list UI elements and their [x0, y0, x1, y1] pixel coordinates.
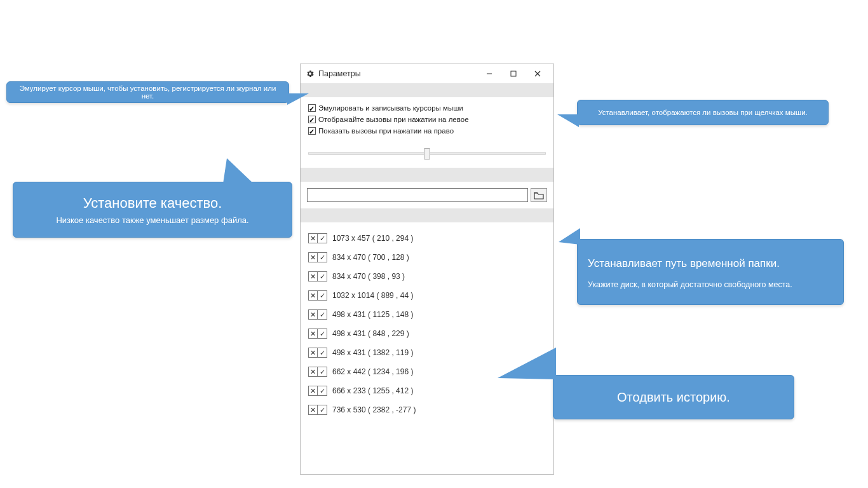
history-row-text: 498 x 431 ( 848 , 229 ) — [332, 329, 409, 338]
close-button[interactable] — [526, 65, 550, 82]
history-row-icons: ✕✓ — [308, 367, 327, 377]
titlebar[interactable]: Параметры — [301, 64, 553, 83]
history-row-text: 1073 x 457 ( 210 , 294 ) — [332, 234, 413, 243]
history-row-text: 662 x 442 ( 1234 , 196 ) — [332, 367, 413, 376]
delete-icon[interactable]: ✕ — [309, 367, 318, 376]
delete-icon[interactable]: ✕ — [309, 253, 318, 262]
callout-title: Установите качество. — [22, 195, 283, 212]
quality-slider[interactable] — [308, 152, 546, 155]
section-separator — [301, 168, 553, 182]
check-icon[interactable]: ✓ — [318, 234, 327, 243]
callout-tail — [223, 158, 254, 184]
folder-icon — [534, 191, 544, 200]
history-row[interactable]: ✕✓498 x 431 ( 848 , 229 ) — [308, 324, 546, 343]
history-row-text: 834 x 470 ( 700 , 128 ) — [332, 253, 409, 262]
browse-folder-button[interactable] — [531, 188, 547, 202]
callout-text: Эмулирует курсор мыши, чтобы установить,… — [15, 85, 281, 100]
cursor-options-section: Эмулировать и записывать курсоры мыши От… — [301, 97, 553, 143]
callout-subtitle: Укажите диск, в который достаточно свобо… — [588, 280, 833, 289]
section-separator — [301, 83, 553, 97]
history-row-icons: ✕✓ — [308, 386, 327, 396]
checkbox-icon[interactable] — [308, 104, 316, 112]
minimize-button[interactable] — [477, 65, 501, 82]
history-row-icons: ✕✓ — [308, 271, 327, 281]
delete-icon[interactable]: ✕ — [309, 272, 318, 281]
checkbox-icon[interactable] — [308, 116, 316, 123]
callout-emulate-cursor: Эмулирует курсор мыши, чтобы установить,… — [6, 81, 289, 103]
callout-quality: Установите качество. Низкое качество так… — [13, 182, 292, 238]
history-row-icons: ✕✓ — [308, 329, 327, 339]
callout-tail — [287, 93, 309, 105]
history-row[interactable]: ✕✓498 x 431 ( 1125 , 148 ) — [308, 305, 546, 324]
history-row-text: 1032 x 1014 ( 889 , 44 ) — [332, 291, 413, 300]
history-row-text: 666 x 233 ( 1255 , 412 ) — [332, 386, 413, 395]
checkbox-label: Отображайте вызовы при нажатии на левое — [318, 114, 469, 125]
check-icon[interactable]: ✓ — [318, 405, 327, 414]
history-row-text: 834 x 470 ( 398 , 93 ) — [332, 272, 405, 281]
callout-temp-folder: Устанавливает путь временной папки. Укаж… — [577, 239, 844, 305]
window-title: Параметры — [318, 69, 477, 78]
maximize-button[interactable] — [501, 65, 526, 82]
delete-icon[interactable]: ✕ — [309, 405, 318, 414]
callout-tail — [498, 348, 556, 379]
history-row[interactable]: ✕✓736 x 530 ( 2382 , -277 ) — [308, 400, 546, 419]
history-row-icons: ✕✓ — [308, 348, 327, 358]
check-icon[interactable]: ✓ — [318, 272, 327, 281]
section-separator — [301, 208, 553, 222]
history-row[interactable]: ✕✓834 x 470 ( 700 , 128 ) — [308, 248, 546, 267]
history-list: ✕✓1073 x 457 ( 210 , 294 )✕✓834 x 470 ( … — [301, 222, 553, 426]
callout-click-display: Устанавливает, отображаются ли вызовы пр… — [577, 100, 829, 125]
callout-title: Отодвить историю. — [562, 390, 785, 405]
delete-icon[interactable]: ✕ — [309, 234, 318, 243]
quality-slider-section — [301, 143, 553, 168]
callout-text: Устанавливает, отображаются ли вызовы пр… — [585, 109, 820, 116]
slider-thumb[interactable] — [424, 148, 430, 159]
checkbox-label: Показать вызовы при нажатии на право — [318, 125, 454, 137]
delete-icon[interactable]: ✕ — [309, 291, 318, 300]
check-icon[interactable]: ✓ — [318, 348, 327, 357]
check-icon[interactable]: ✓ — [318, 329, 327, 338]
temp-path-section — [301, 182, 553, 208]
checkbox-row-right[interactable]: Показать вызовы при нажатии на право — [308, 125, 546, 137]
callout-title: Устанавливает путь временной папки. — [588, 257, 833, 270]
temp-path-input[interactable] — [307, 188, 528, 202]
history-row-text: 498 x 431 ( 1125 , 148 ) — [332, 310, 413, 319]
history-row-icons: ✕✓ — [308, 252, 327, 262]
settings-dialog: Параметры Эмулировать и записывать курсо… — [300, 64, 554, 475]
svg-rect-1 — [511, 71, 516, 76]
callout-tail — [557, 114, 579, 127]
callout-subtitle: Низкое качество также уменьшает размер ф… — [22, 215, 283, 225]
delete-icon[interactable]: ✕ — [309, 329, 318, 338]
history-row-text: 736 x 530 ( 2382 , -277 ) — [332, 405, 416, 414]
checkbox-icon[interactable] — [308, 127, 316, 135]
delete-icon[interactable]: ✕ — [309, 348, 318, 357]
check-icon[interactable]: ✓ — [318, 253, 327, 262]
checkbox-row-emulate[interactable]: Эмулировать и записывать курсоры мыши — [308, 102, 546, 114]
check-icon[interactable]: ✓ — [318, 367, 327, 376]
history-row[interactable]: ✕✓1073 x 457 ( 210 , 294 ) — [308, 229, 546, 248]
delete-icon[interactable]: ✕ — [309, 310, 318, 319]
delete-icon[interactable]: ✕ — [309, 386, 318, 395]
history-row-icons: ✕✓ — [308, 290, 327, 301]
check-icon[interactable]: ✓ — [318, 386, 327, 395]
gear-icon — [306, 69, 315, 78]
history-row-text: 498 x 431 ( 1382 , 119 ) — [332, 348, 413, 357]
callout-tail — [559, 228, 580, 245]
check-icon[interactable]: ✓ — [318, 310, 327, 319]
callout-history: Отодвить историю. — [553, 375, 794, 419]
history-row[interactable]: ✕✓1032 x 1014 ( 889 , 44 ) — [308, 286, 546, 305]
history-row-icons: ✕✓ — [308, 405, 327, 415]
checkbox-row-left[interactable]: Отображайте вызовы при нажатии на левое — [308, 114, 546, 125]
history-row-icons: ✕✓ — [308, 233, 327, 243]
check-icon[interactable]: ✓ — [318, 291, 327, 300]
history-row[interactable]: ✕✓834 x 470 ( 398 , 93 ) — [308, 267, 546, 286]
window-buttons — [477, 65, 550, 82]
checkbox-label: Эмулировать и записывать курсоры мыши — [318, 102, 463, 114]
history-row[interactable]: ✕✓666 x 233 ( 1255 , 412 ) — [308, 381, 546, 400]
history-row-icons: ✕✓ — [308, 309, 327, 320]
